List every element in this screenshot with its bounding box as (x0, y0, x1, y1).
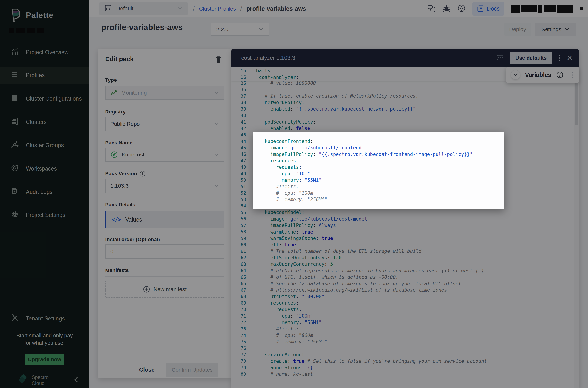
code-line: 46 imagePullPolicy: "{{.spectro.var.kube… (253, 151, 504, 158)
highlighted-code-region[interactable]: 35 # value: 10000003637 # If true, enabl… (253, 132, 504, 209)
code-line: 47 resources: (253, 157, 504, 164)
code-line: 53 # memory: "256Mi" (253, 196, 504, 203)
code-line: 54 (253, 203, 504, 209)
code-line: 45 image: gcr.io/kubecost1/frontend (253, 145, 504, 151)
code-line: 43 (253, 132, 504, 138)
code-line: 51 #limits: (253, 183, 504, 190)
code-line: 49 cpu: "10m" (253, 170, 504, 177)
code-line: 48 requests: (253, 164, 504, 170)
app-screen: Palette Project OverviewProfilesCluster … (0, 0, 588, 388)
code-line: 44 kubecostFrontend: (253, 138, 504, 145)
code-line: 52 # cpu: "100m" (253, 190, 504, 196)
code-line: 55 kubecostModel: (253, 209, 504, 209)
code-line: 50 memory: "55Mi" (253, 177, 504, 183)
